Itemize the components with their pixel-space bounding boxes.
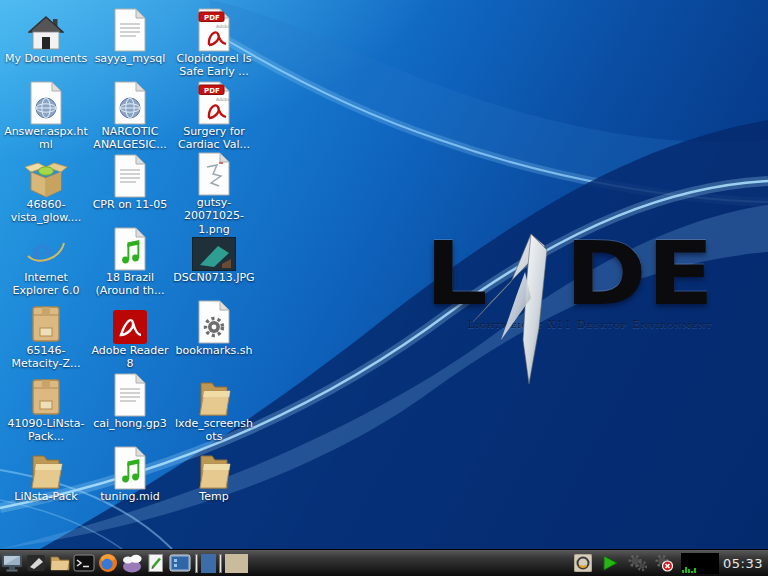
desktop-icon-cai-hong[interactable]: cai_hong.gp3 <box>88 371 172 444</box>
desktop-icon-label: bookmarks.sh <box>175 344 252 357</box>
monitor-icon <box>1 553 23 573</box>
desktop-icon-gutsy-png[interactable]: gutsy-20071025-1.png <box>172 152 256 225</box>
text-document-icon <box>112 154 148 198</box>
desktop-icon-41090-linsta-pack[interactable]: 41090-LiNsta-Pack... <box>4 371 88 444</box>
folder-icon <box>49 554 71 572</box>
cpu-monitor[interactable] <box>681 553 719 574</box>
chat-launcher[interactable] <box>120 552 144 575</box>
logo-letter-de: DE <box>565 238 714 310</box>
desktop-icon-my-documents[interactable]: My Documents <box>4 6 88 79</box>
internet-explorer-icon <box>26 231 66 271</box>
desktop-icon-tuning-mid[interactable]: tuning.mid <box>88 444 172 517</box>
workspace-pager <box>195 554 248 573</box>
web-browser-launcher[interactable] <box>96 552 120 575</box>
text-document-icon <box>112 8 148 52</box>
desktop-icon-column-2: sayya_mysql NARCOTIC ANALGESIC... CPR on… <box>88 6 172 517</box>
desktop-icon-column-3: Clopidogrel Is Safe Early ... Surgery fo… <box>172 6 256 517</box>
music-document-icon <box>112 446 148 490</box>
desktop-icon-narcotic-analgesic[interactable]: NARCOTIC ANALGESIC... <box>88 79 172 152</box>
gears-icon <box>627 554 647 572</box>
folder-icon <box>195 377 233 417</box>
desktop-icon-label: Internet Explorer 6.0 <box>4 271 88 298</box>
file-manager-launcher[interactable] <box>48 552 72 575</box>
open-box-icon <box>25 160 67 198</box>
desktop-icon-label: Surgery for Cardiac Val... <box>172 125 256 152</box>
firefox-icon <box>98 553 118 573</box>
menu-button[interactable] <box>0 552 24 575</box>
desktop-icon-surgery-cardiac[interactable]: Surgery for Cardiac Val... <box>172 79 256 152</box>
screensaver-tray-icon[interactable] <box>571 552 595 575</box>
desktop-icon-label: lxde_screenshots <box>172 417 256 444</box>
network-error-tray-icon[interactable] <box>652 552 676 575</box>
desktop-icon-column-1: My Documents Answer.aspx.html 46860-vist… <box>4 6 88 517</box>
folder-icon <box>195 450 233 490</box>
desktop-icon-65146-metacity[interactable]: 65146-Metacity-Z... <box>4 298 88 371</box>
desktop-icon-lxde-screenshots[interactable]: lxde_screenshots <box>172 371 256 444</box>
desktop-icon-label: Clopidogrel Is Safe Early ... <box>172 52 256 79</box>
taskbar: 05:33 <box>0 549 768 576</box>
desktop-icon-46860-vista-glow[interactable]: 46860-vista_glow.... <box>4 152 88 225</box>
desktop-icon-label: 18 Brazil (Around th... <box>88 271 172 298</box>
desktop-icon-internet-explorer[interactable]: Internet Explorer 6.0 <box>4 225 88 298</box>
desktop-icon-adobe-reader[interactable]: Adobe Reader 8 <box>88 298 172 371</box>
play-icon <box>601 554 619 572</box>
shell-script-icon <box>196 300 232 344</box>
desktop-wallpaper: L DE Lightweight X11 Desktop Environment… <box>0 0 768 549</box>
desktop-icon-label: CPR on 11-05 <box>93 198 168 211</box>
desktop-icon-label: cai_hong.gp3 <box>93 417 166 430</box>
desktop-icon-label: Answer.aspx.html <box>4 125 88 152</box>
package-box-icon <box>29 304 63 344</box>
package-box-icon <box>29 377 63 417</box>
pager-separator <box>195 554 198 573</box>
desktop-icon-answer-aspx[interactable]: Answer.aspx.html <box>4 79 88 152</box>
desktop-icon-linsta-pack[interactable]: LiNsta-Pack <box>4 444 88 517</box>
media-play-tray-icon[interactable] <box>598 552 622 575</box>
music-document-icon <box>112 227 148 271</box>
desktop-icon-label: My Documents <box>5 52 87 65</box>
desktop-icon-bookmarks-sh[interactable]: bookmarks.sh <box>172 298 256 371</box>
text-editor-icon <box>146 553 166 573</box>
cpu-graph <box>681 553 719 574</box>
lxde-bird-icon <box>481 238 565 308</box>
desktop-icon-label: sayya_mysql <box>95 52 166 65</box>
desktop-icon-label: 65146-Metacity-Z... <box>4 344 88 371</box>
chat-icon <box>121 553 143 573</box>
text-document-icon <box>112 373 148 417</box>
show-desktop-icon <box>26 553 46 573</box>
lxde-logo: L DE Lightweight X11 Desktop Environment <box>425 238 755 331</box>
adobe-reader-icon <box>113 310 147 344</box>
html-document-icon <box>112 81 148 125</box>
desktop-icon-label: NARCOTIC ANALGESIC... <box>88 125 172 152</box>
desktop-icon-dscn0713[interactable]: DSCN0713.JPG <box>172 225 256 298</box>
desktop-icon-label: 46860-vista_glow.... <box>4 198 88 225</box>
desktop-icon-sayya-mysql[interactable]: sayya_mysql <box>88 6 172 79</box>
desktop-icon-clopidogrel[interactable]: Clopidogrel Is Safe Early ... <box>172 6 256 79</box>
show-desktop-button[interactable] <box>24 552 48 575</box>
workspace-2[interactable] <box>225 554 248 573</box>
terminal-launcher[interactable] <box>72 552 96 575</box>
html-document-icon <box>28 81 64 125</box>
pdf-document-icon <box>196 81 232 125</box>
desktop-icon-18-brazil[interactable]: 18 Brazil (Around th... <box>88 225 172 298</box>
text-editor-launcher[interactable] <box>144 552 168 575</box>
pager-separator <box>219 554 222 573</box>
house-icon <box>28 16 64 52</box>
folder-icon <box>27 450 65 490</box>
desktop-icon-cpr-on-11-05[interactable]: CPR on 11-05 <box>88 152 172 225</box>
blue-screen-icon <box>169 554 191 572</box>
image-document-icon <box>196 152 232 196</box>
desktop-icon-label: DSCN0713.JPG <box>173 271 254 284</box>
gear-error-icon <box>654 554 674 572</box>
terminal-icon <box>73 554 95 572</box>
display-launcher[interactable] <box>168 552 192 575</box>
desktop-icon-label: 41090-LiNsta-Pack... <box>4 417 88 444</box>
desktop-icon-label: Adobe Reader 8 <box>88 344 172 371</box>
lock-ring-icon <box>574 554 592 572</box>
desktop-icon-label: Temp <box>199 490 228 503</box>
desktop-icon-label: LiNsta-Pack <box>14 490 77 503</box>
workspace-1[interactable] <box>201 554 216 573</box>
desktop-icon-temp[interactable]: Temp <box>172 444 256 517</box>
system-tray <box>571 552 719 575</box>
desktop-icon-label: tuning.mid <box>100 490 160 503</box>
gears-tray-icon[interactable] <box>625 552 649 575</box>
